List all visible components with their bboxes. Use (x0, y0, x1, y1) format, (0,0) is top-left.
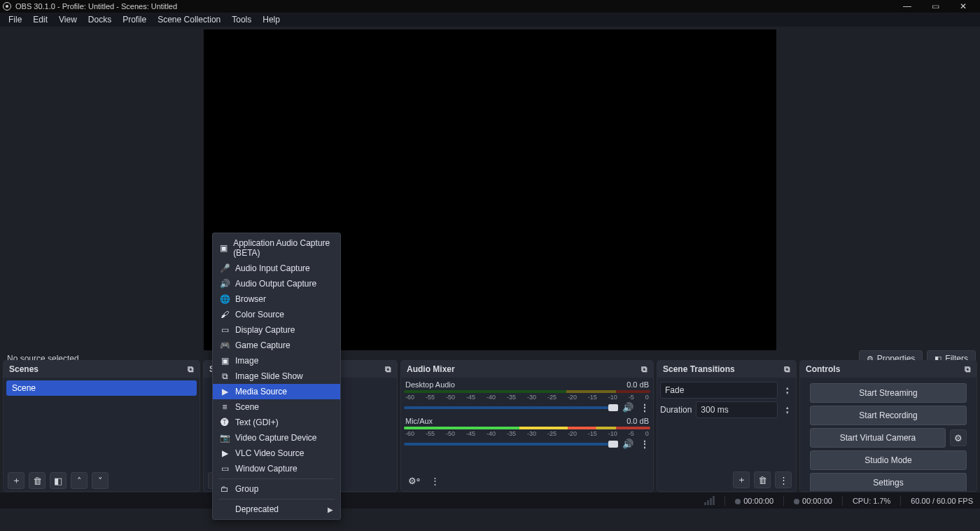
meter-ticks: -60-55-50-45-40-35-30-25-20-15-10-50 (404, 394, 650, 401)
mixer-title: Audio Mixer (407, 364, 455, 374)
menu-help[interactable]: Help (257, 13, 286, 26)
mixer-header[interactable]: Audio Mixer ⧉ (401, 361, 653, 378)
menu-item-label: Application Audio Capture (BETA) (233, 238, 333, 258)
scene-icon: ≡ (220, 402, 230, 412)
menu-bar: File Edit View Docks Profile Scene Colle… (0, 13, 980, 27)
scene-up-button[interactable]: ˄ (71, 472, 88, 489)
cpu-usage: CPU: 1.7% (853, 497, 890, 505)
speaker-icon[interactable]: 🔊 (622, 402, 634, 413)
display-capture-icon: ▭ (220, 325, 230, 335)
transition-delete-button[interactable]: 🗑 (754, 471, 771, 488)
menu-docks[interactable]: Docks (83, 13, 117, 26)
image-icon: ▣ (220, 356, 230, 366)
window-close-button[interactable]: ✕ (949, 1, 977, 11)
transition-select[interactable]: Fade (660, 382, 778, 399)
menu-item-image-slide-show[interactable]: ⧉Image Slide Show (213, 368, 340, 384)
transitions-header[interactable]: Scene Transitions ⧉ (657, 361, 796, 378)
menu-item-label: Audio Input Capture (235, 263, 310, 273)
menu-item-vlc-video-source[interactable]: ▶VLC Video Source (213, 446, 340, 461)
menu-item-video-capture-device[interactable]: 📷Video Capture Device (213, 430, 340, 446)
docks-row: Scenes ⧉ Scene ＋ 🗑 ◧ ˄ ˅ So ⧉ ＋ 🗑 ⚙ ˄ ˅ (0, 360, 980, 492)
folder-icon: 🗀 (220, 484, 230, 494)
color-source-icon: 🖌 (220, 310, 230, 319)
menu-item-text-gdi-[interactable]: 🅣Text (GDI+) (213, 415, 340, 430)
add-source-context-menu: ▣Application Audio Capture (BETA)🎤Audio … (212, 233, 341, 520)
audio-mixer-dock: Audio Mixer ⧉ Desktop Audio 0.0 dB -60-5… (400, 360, 654, 492)
menu-item-color-source[interactable]: 🖌Color Source (213, 307, 340, 322)
scene-delete-button[interactable]: 🗑 (29, 472, 46, 489)
vlc-video-source-icon: ▶ (220, 448, 230, 458)
menu-scene-collection[interactable]: Scene Collection (152, 13, 226, 26)
transitions-dock: Scene Transitions ⧉ Fade ▴▾ Duration 300… (657, 360, 797, 492)
menu-item-browser[interactable]: 🌐Browser (213, 291, 340, 307)
channel-name: Desktop Audio (405, 380, 455, 389)
studio-mode-button[interactable]: Studio Mode (810, 450, 967, 470)
speaker-icon[interactable]: 🔊 (622, 439, 634, 449)
menu-item-label: Audio Output Capture (235, 279, 316, 289)
volume-slider[interactable] (404, 406, 618, 409)
audio-meter (404, 427, 650, 429)
channel-db: 0.0 dB (626, 380, 649, 389)
scene-filter-button[interactable]: ◧ (50, 472, 66, 489)
menu-item-audio-output-capture[interactable]: 🔊Audio Output Capture (213, 276, 340, 291)
popout-icon[interactable]: ⧉ (641, 364, 648, 374)
scenes-title: Scenes (9, 364, 38, 374)
virtual-camera-settings-button[interactable]: ⚙ (950, 429, 967, 446)
transition-add-button[interactable]: ＋ (733, 471, 750, 488)
transition-spin[interactable]: ▴▾ (782, 385, 793, 395)
window-maximize-button[interactable]: ▭ (921, 1, 949, 11)
mixer-channel: Desktop Audio 0.0 dB -60-55-50-45-40-35-… (404, 380, 650, 413)
media-source-icon: ▶ (220, 387, 230, 396)
mixer-menu-button[interactable]: ⋮ (426, 472, 443, 489)
chevron-right-icon: ▶ (328, 506, 333, 513)
menu-item-media-source[interactable]: ▶Media Source (213, 384, 340, 399)
popout-icon[interactable]: ⧉ (965, 364, 971, 374)
popout-icon[interactable]: ⧉ (188, 364, 194, 374)
menu-item-label: Deprecated (235, 504, 279, 514)
menu-item-display-capture[interactable]: ▭Display Capture (213, 322, 340, 338)
menu-view[interactable]: View (53, 13, 83, 26)
window-capture-icon: ▭ (220, 464, 230, 474)
controls-title: Controls (806, 364, 840, 374)
controls-header[interactable]: Controls ⧉ (800, 361, 976, 378)
settings-button[interactable]: Settings (810, 473, 967, 491)
menu-item-group[interactable]: 🗀 Group (213, 481, 340, 497)
menu-item-scene[interactable]: ≡Scene (213, 399, 340, 415)
menu-item-audio-input-capture[interactable]: 🎤Audio Input Capture (213, 261, 340, 276)
channel-menu-button[interactable]: ⋮ (638, 439, 650, 449)
menu-item-window-capture[interactable]: ▭Window Capture (213, 461, 340, 476)
channel-menu-button[interactable]: ⋮ (638, 403, 650, 413)
menu-profile[interactable]: Profile (117, 13, 152, 26)
menu-item-label: Text (GDI+) (235, 418, 279, 427)
scenes-header[interactable]: Scenes ⧉ (4, 361, 200, 378)
duration-input[interactable]: 300 ms (696, 401, 778, 418)
mixer-advanced-button[interactable]: ⚙ᵒ (405, 472, 422, 489)
popout-icon[interactable]: ⧉ (385, 364, 391, 374)
stream-time: 00:00:00 (735, 497, 774, 505)
transition-menu-button[interactable]: ⋮ (775, 471, 792, 488)
volume-slider[interactable] (404, 443, 618, 446)
popout-icon[interactable]: ⧉ (784, 364, 790, 374)
transitions-title: Scene Transitions (663, 364, 735, 374)
start-virtual-camera-button[interactable]: Start Virtual Camera (810, 428, 946, 448)
menu-file[interactable]: File (3, 13, 27, 26)
menu-item-application-audio-capture-beta-[interactable]: ▣Application Audio Capture (BETA) (213, 235, 340, 261)
menu-item-deprecated[interactable]: Deprecated ▶ (213, 502, 340, 517)
mixer-channel: Mic/Aux 0.0 dB -60-55-50-45-40-35-30-25-… (404, 417, 650, 449)
start-streaming-button[interactable]: Start Streaming (810, 383, 967, 403)
preview-region: No source selected ⚙ Properties ◧ Filter… (0, 27, 980, 360)
duration-spin[interactable]: ▴▾ (782, 405, 793, 415)
application-audio-capture-beta--icon: ▣ (220, 243, 227, 253)
start-recording-button[interactable]: Start Recording (810, 406, 967, 425)
window-minimize-button[interactable]: — (893, 1, 921, 11)
menu-item-label: Window Capture (235, 464, 298, 474)
menu-tools[interactable]: Tools (226, 13, 257, 26)
menu-item-game-capture[interactable]: 🎮Game Capture (213, 338, 340, 353)
fps-display: 60.00 / 60.00 FPS (911, 497, 973, 505)
scene-down-button[interactable]: ˅ (92, 472, 108, 489)
scene-item[interactable]: Scene (6, 380, 197, 396)
menu-edit[interactable]: Edit (27, 13, 53, 26)
menu-item-image[interactable]: ▣Image (213, 353, 340, 368)
scene-add-button[interactable]: ＋ (8, 472, 24, 489)
meter-ticks: -60-55-50-45-40-35-30-25-20-15-10-50 (404, 430, 650, 437)
